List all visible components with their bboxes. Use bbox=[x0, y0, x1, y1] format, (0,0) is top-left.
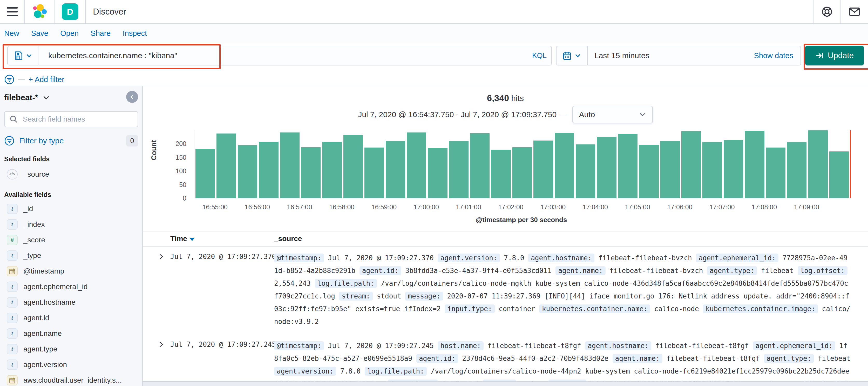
histogram-bar[interactable] bbox=[195, 149, 215, 198]
filter-icon[interactable] bbox=[4, 74, 14, 85]
query-input[interactable]: kubernetes.container.name : "kibana" bbox=[38, 46, 527, 65]
histogram-bar[interactable] bbox=[407, 132, 426, 198]
histogram-bar[interactable] bbox=[322, 142, 342, 198]
expand-row-button[interactable] bbox=[158, 252, 170, 328]
menu-item-share[interactable]: Share bbox=[91, 29, 111, 38]
field-name: _type bbox=[23, 251, 41, 260]
histogram-bar[interactable] bbox=[576, 144, 595, 199]
interval-select[interactable]: Auto bbox=[572, 106, 653, 123]
histogram-bar[interactable] bbox=[343, 135, 363, 198]
date-quick-menu-button[interactable] bbox=[557, 46, 588, 65]
elastic-logo[interactable] bbox=[32, 4, 48, 20]
field-item-aws.cloudtrail.user_identity.s...[interactable]: aws.cloudtrail.user_identity.s... bbox=[4, 373, 138, 386]
index-pattern-switcher[interactable]: filebeat-* bbox=[4, 93, 138, 102]
histogram-bar[interactable] bbox=[618, 134, 638, 198]
field-key-pill: log.offset: bbox=[798, 266, 847, 275]
histogram-bar[interactable] bbox=[386, 141, 405, 198]
field-key-pill: agent.type: bbox=[707, 266, 757, 275]
field-item-@timestamp[interactable]: @timestamp bbox=[4, 263, 138, 279]
field-name: agent.hostname bbox=[23, 298, 75, 306]
histogram-bar[interactable] bbox=[766, 148, 785, 198]
histogram-bar[interactable] bbox=[216, 133, 236, 198]
help-button[interactable] bbox=[813, 0, 840, 23]
field-key-pill: agent.hostname: bbox=[585, 341, 651, 350]
histogram-bar[interactable] bbox=[533, 141, 553, 198]
menu-item-new[interactable]: New bbox=[4, 29, 19, 38]
field-item-agent.id[interactable]: tagent.id bbox=[4, 310, 138, 326]
histogram-bar[interactable] bbox=[513, 147, 532, 198]
discover-app-badge[interactable]: D bbox=[62, 3, 79, 20]
field-item-agent.type[interactable]: tagent.type bbox=[4, 341, 138, 357]
discover-menu-bar: NewSaveOpenShareInspect bbox=[0, 24, 868, 42]
field-item-_id[interactable]: t_id bbox=[4, 201, 138, 217]
histogram-bar[interactable] bbox=[681, 131, 701, 198]
date-field-icon bbox=[7, 375, 18, 385]
field-item-agent.name[interactable]: tagent.name bbox=[4, 326, 138, 341]
field-search-input[interactable] bbox=[22, 115, 133, 124]
field-item-agent.ephemeral_id[interactable]: tagent.ephemeral_id bbox=[4, 279, 138, 295]
histogram-bar[interactable] bbox=[491, 150, 510, 198]
histogram-bar[interactable] bbox=[470, 133, 490, 198]
histogram-bar[interactable] bbox=[829, 151, 849, 198]
histogram-bar[interactable] bbox=[428, 148, 447, 198]
horizontal-scrollbar-track[interactable] bbox=[143, 381, 868, 386]
x-tick-label: 17:06:00 bbox=[667, 203, 692, 211]
document-time: Jul 7, 2020 @ 17:09:27.245 bbox=[170, 339, 274, 386]
field-item-agent.version[interactable]: tagent.version bbox=[4, 357, 138, 373]
x-tick-label: 17:05:00 bbox=[625, 203, 650, 211]
table-body: Jul 7, 2020 @ 17:09:27.370@timestamp: Ju… bbox=[143, 246, 868, 386]
selected-fields-list: </>_source bbox=[4, 167, 138, 182]
time-range-row: Jul 7, 2020 @ 16:54:37.750 - Jul 7, 2020… bbox=[143, 106, 868, 123]
histogram-bar[interactable] bbox=[301, 147, 320, 198]
histogram-bar[interactable] bbox=[280, 132, 300, 198]
field-key-pill: agent.name: bbox=[556, 266, 605, 275]
time-range-label[interactable]: Last 15 minutes bbox=[588, 46, 754, 65]
field-name: @timestamp bbox=[23, 267, 64, 275]
field-key-pill: agent.ephemeral_id: bbox=[753, 341, 835, 350]
time-column-header[interactable]: Time bbox=[170, 235, 274, 243]
histogram-bar[interactable] bbox=[555, 133, 574, 198]
menu-item-inspect[interactable]: Inspect bbox=[123, 29, 147, 38]
field-name: _id bbox=[23, 205, 33, 213]
histogram-bar[interactable] bbox=[703, 142, 722, 198]
collapse-sidebar-button[interactable] bbox=[126, 91, 138, 103]
histogram-bar[interactable] bbox=[639, 145, 658, 198]
time-column-label: Time bbox=[170, 235, 187, 243]
show-dates-link[interactable]: Show dates bbox=[754, 46, 801, 65]
histogram-bar[interactable] bbox=[787, 142, 806, 198]
histogram-bar[interactable] bbox=[365, 148, 384, 198]
histogram-bar[interactable] bbox=[238, 145, 257, 198]
histogram-bar[interactable] bbox=[597, 137, 616, 198]
chart-plot-area bbox=[194, 130, 849, 198]
field-item-_index[interactable]: t_index bbox=[4, 217, 138, 232]
expand-row-button[interactable] bbox=[158, 339, 170, 386]
newsfeed-button[interactable] bbox=[840, 0, 868, 23]
logo-segment bbox=[25, 0, 55, 23]
interval-value: Auto bbox=[579, 110, 639, 119]
menu-item-save[interactable]: Save bbox=[31, 29, 48, 38]
menu-segment bbox=[0, 0, 25, 23]
histogram-bar[interactable] bbox=[259, 142, 278, 198]
menu-item-open[interactable]: Open bbox=[60, 29, 79, 38]
field-item-_type[interactable]: t_type bbox=[4, 248, 138, 263]
field-name: agent.ephemeral_id bbox=[23, 283, 88, 291]
string-field-icon: t bbox=[7, 219, 18, 230]
histogram-bar[interactable] bbox=[808, 130, 828, 198]
hamburger-menu-icon[interactable] bbox=[7, 7, 18, 17]
field-key-pill: host.name: bbox=[438, 341, 484, 350]
histogram-bar[interactable] bbox=[449, 141, 468, 198]
filter-by-type-link[interactable]: Filter by type bbox=[19, 137, 122, 145]
field-item-_source[interactable]: </>_source bbox=[4, 167, 138, 182]
histogram-bar[interactable] bbox=[745, 131, 764, 198]
add-filter-link[interactable]: + Add filter bbox=[29, 75, 64, 84]
field-key-pill: agent.name: bbox=[613, 354, 662, 363]
document-row: Jul 7, 2020 @ 17:09:27.370@timestamp: Ju… bbox=[143, 246, 868, 334]
query-language-button[interactable]: KQL bbox=[527, 46, 551, 65]
histogram-bar[interactable] bbox=[660, 141, 680, 198]
update-button[interactable]: Update bbox=[805, 46, 864, 65]
saved-query-menu-button[interactable] bbox=[8, 46, 38, 65]
field-item-_score[interactable]: #_score bbox=[4, 232, 138, 248]
field-item-agent.hostname[interactable]: tagent.hostname bbox=[4, 295, 138, 310]
date-picker: Last 15 minutes Show dates bbox=[556, 46, 801, 65]
histogram-bar[interactable] bbox=[724, 140, 743, 198]
